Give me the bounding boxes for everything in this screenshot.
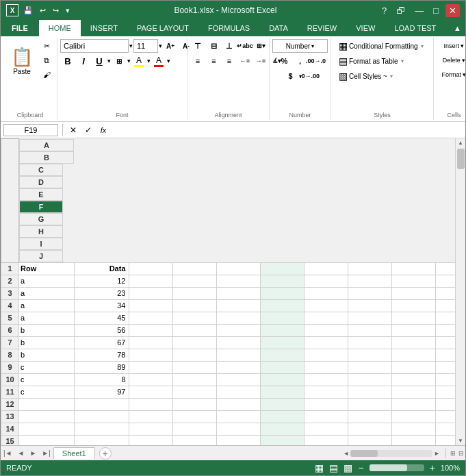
cell[interactable] (348, 361, 391, 373)
cell[interactable] (260, 287, 304, 299)
cell[interactable] (260, 336, 304, 349)
cell[interactable] (435, 275, 455, 287)
cell[interactable] (304, 299, 348, 312)
row-header[interactable]: 7 (1, 336, 19, 349)
help-button[interactable]: ? (379, 4, 389, 17)
cell[interactable] (216, 262, 260, 275)
undo-button[interactable]: ↩ (38, 5, 48, 16)
tab-load-test[interactable]: LOAD TEST (385, 20, 445, 36)
cell[interactable] (129, 435, 172, 445)
cell[interactable] (348, 386, 391, 398)
cell[interactable] (391, 386, 435, 398)
cell[interactable] (216, 312, 260, 324)
font-name-dropdown[interactable]: ▾ (129, 42, 133, 49)
paste-button[interactable]: 📋 Paste (6, 39, 38, 83)
cell[interactable] (435, 287, 455, 299)
cell[interactable] (216, 275, 260, 287)
cell[interactable]: 12 (74, 275, 129, 287)
cell[interactable] (391, 398, 435, 410)
underline-button[interactable]: U (92, 54, 107, 68)
copy-button[interactable]: ⧉ (39, 53, 54, 67)
cell[interactable]: 8 (74, 373, 129, 386)
cell[interactable] (304, 324, 348, 336)
cell[interactable]: 23 (74, 287, 129, 299)
fill-color-dropdown[interactable]: ▾ (147, 58, 151, 64)
cell[interactable] (348, 299, 391, 312)
cell[interactable] (216, 373, 260, 386)
percent-button[interactable]: % (277, 54, 292, 68)
vertical-scrollbar[interactable]: ▲ ▼ (455, 138, 465, 445)
cell[interactable] (74, 398, 129, 410)
cell[interactable] (260, 361, 304, 373)
h-scrollbar-thumb[interactable] (350, 450, 378, 457)
cell[interactable] (260, 373, 304, 386)
zoom-out-button[interactable]: − (358, 462, 363, 473)
tab-data[interactable]: DATA (259, 20, 298, 36)
cell[interactable] (260, 262, 304, 275)
cell[interactable] (216, 336, 260, 349)
cell[interactable] (435, 423, 455, 435)
name-box[interactable] (3, 124, 58, 136)
cell-styles-button[interactable]: ▧ Cell Styles ~ ▾ (334, 69, 398, 83)
cell[interactable]: a (19, 275, 75, 287)
decrease-indent-button[interactable]: ←≡ (237, 54, 253, 68)
col-header-F[interactable]: F (19, 201, 63, 213)
cell[interactable] (172, 373, 216, 386)
col-header-I[interactable]: I (19, 238, 63, 250)
h-scrollbar-track[interactable] (350, 450, 432, 457)
cell[interactable] (129, 349, 172, 361)
cell[interactable]: 34 (74, 299, 129, 312)
confirm-formula-button[interactable]: ✓ (82, 124, 94, 136)
cell[interactable] (304, 287, 348, 299)
cell[interactable] (260, 398, 304, 410)
cell[interactable]: b (19, 349, 75, 361)
tab-page-layout[interactable]: PAGE LAYOUT (127, 20, 198, 36)
sheet-nav-icon[interactable]: ⊞ (449, 450, 457, 457)
cell[interactable]: 67 (74, 336, 129, 349)
scroll-thumb[interactable] (457, 149, 465, 169)
cell[interactable]: 89 (74, 361, 129, 373)
row-header[interactable]: 3 (1, 287, 19, 299)
cell[interactable] (216, 361, 260, 373)
cell[interactable] (435, 361, 455, 373)
cell[interactable] (260, 423, 304, 435)
align-left-button[interactable]: ≡ (190, 54, 205, 68)
redo-button[interactable]: ↪ (51, 5, 61, 16)
cell[interactable] (129, 373, 172, 386)
cell[interactable] (172, 435, 216, 445)
cell[interactable] (304, 336, 348, 349)
cell[interactable] (172, 423, 216, 435)
cell[interactable] (391, 299, 435, 312)
cell[interactable]: a (19, 287, 75, 299)
tab-first-button[interactable]: |◄ (1, 449, 15, 457)
cell[interactable] (391, 324, 435, 336)
page-layout-view-button[interactable]: ▤ (329, 462, 338, 473)
row-header[interactable]: 14 (1, 423, 19, 435)
format-as-table-button[interactable]: ▤ Format as Table ▾ (334, 54, 409, 68)
top-align-button[interactable]: ⊤ (190, 39, 205, 53)
cell[interactable] (260, 386, 304, 398)
tab-last-button[interactable]: ►| (39, 449, 53, 457)
cell[interactable] (216, 410, 260, 423)
cell[interactable] (348, 373, 391, 386)
col-header-E[interactable]: E (19, 188, 63, 201)
cell[interactable] (216, 398, 260, 410)
cell[interactable] (129, 287, 172, 299)
page-break-icon[interactable]: ⊟ (457, 450, 465, 457)
col-header-A[interactable]: A (19, 139, 74, 151)
cell[interactable] (172, 275, 216, 287)
cell[interactable] (129, 324, 172, 336)
cell[interactable] (74, 423, 129, 435)
font-size-dropdown[interactable]: ▾ (159, 42, 162, 49)
cell[interactable] (216, 435, 260, 445)
cell[interactable] (304, 410, 348, 423)
cell[interactable] (172, 299, 216, 312)
cell[interactable] (304, 361, 348, 373)
cell[interactable] (19, 398, 75, 410)
cell[interactable]: 78 (74, 349, 129, 361)
cell[interactable] (129, 312, 172, 324)
cell[interactable] (129, 262, 172, 275)
restore-button[interactable]: 🗗 (393, 4, 408, 17)
cell[interactable] (172, 349, 216, 361)
delete-cells-button[interactable]: Delete ▾ (439, 53, 466, 67)
